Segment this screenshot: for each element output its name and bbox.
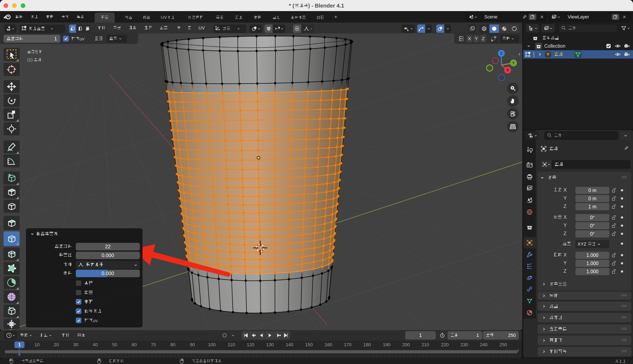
svg-text:X: X [506,68,509,72]
svg-text:Y: Y [512,61,515,65]
svg-text:Z: Z [500,52,502,56]
